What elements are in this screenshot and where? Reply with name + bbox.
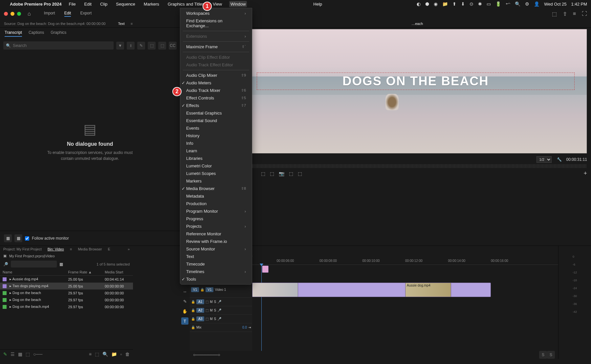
menu-file[interactable]: File <box>68 1 77 7</box>
timeline-content[interactable]: Aussie dog.mp4 <box>252 265 558 351</box>
menu-item-review-with-frame-io[interactable]: Review with Frame.io <box>180 238 252 245</box>
pen-tool[interactable]: ✎ <box>181 298 188 305</box>
menu-item-timelines[interactable]: Timelines› <box>180 268 252 275</box>
filter-button[interactable]: ▼ <box>116 42 124 50</box>
list-view-icon[interactable]: ☰ <box>11 352 15 357</box>
text-panel-tab[interactable]: Text <box>118 22 124 26</box>
menu-item-metadata[interactable]: Metadata <box>180 192 252 200</box>
safe-margins-button[interactable]: ⬚ <box>298 171 302 176</box>
tool-btn-1[interactable]: ⦀ <box>127 42 135 50</box>
fullscreen-icon[interactable]: ⛶ <box>582 11 587 17</box>
menu-item-libraries[interactable]: Libraries <box>180 155 252 162</box>
col-name[interactable]: Name <box>0 269 66 276</box>
record-icon[interactable]: ⊙ <box>470 1 473 7</box>
menu-item-workspaces[interactable]: Workspaces› <box>180 10 252 17</box>
bin-icon[interactable]: ▣ <box>3 254 7 258</box>
tab-e[interactable]: E <box>108 247 110 251</box>
menu-item-maximize-frame[interactable]: Maximize Frame⇧` <box>180 43 252 51</box>
tab-graphics[interactable]: Graphics <box>51 30 66 37</box>
menu-item-projects[interactable]: Projects› <box>180 223 252 230</box>
quick-export-icon[interactable]: ⬚ <box>552 11 557 17</box>
panel-menu-icon[interactable]: ≡ <box>573 11 576 17</box>
wifi-icon[interactable]: ⬿ <box>506 1 510 7</box>
menubar-time[interactable]: 1:42 PM <box>571 2 587 7</box>
tab-captions[interactable]: Captions <box>29 30 44 37</box>
freeform-view-icon[interactable]: ⬚ <box>26 352 30 357</box>
project-path[interactable]: My First Project.prproj\Video <box>9 254 55 258</box>
upload-icon[interactable]: ⬆ <box>452 1 456 7</box>
menu-clip[interactable]: Clip <box>99 1 109 7</box>
home-icon[interactable]: ⌂ <box>28 11 31 17</box>
tab-transcript[interactable]: Transcript <box>5 30 22 37</box>
new-bin-icon[interactable]: 📁 <box>111 352 117 357</box>
table-row[interactable]: ▸ Aussie dog.mp425.00 fps00:04:41:14 <box>0 276 133 283</box>
view-icon[interactable]: ▦ <box>59 262 63 267</box>
menubar-date[interactable]: Wed Oct 25 <box>544 2 566 7</box>
hand-tool[interactable]: ✋ <box>181 308 188 315</box>
clip-thumb[interactable] <box>252 283 298 297</box>
delete-icon[interactable]: 🗑 <box>125 352 130 357</box>
menu-markers[interactable]: Markers <box>142 1 161 7</box>
menu-item-history[interactable]: History <box>180 132 252 139</box>
app-icon-1[interactable]: ⬢ <box>425 1 429 7</box>
add-button[interactable]: + <box>583 170 587 177</box>
menu-item-media-browser[interactable]: ✓Media Browser⇧8 <box>180 185 252 192</box>
track-a1[interactable]: A1 <box>196 299 204 304</box>
cc-button[interactable]: CC <box>169 42 177 50</box>
project-search-input[interactable] <box>11 261 57 268</box>
scale-select[interactable]: 1/2 <box>536 156 552 163</box>
clip-graphic[interactable] <box>262 266 269 273</box>
control-center-icon[interactable]: ⚙ <box>525 1 529 7</box>
sort-icon[interactable]: ≡ <box>89 352 92 357</box>
menu-item-effect-controls[interactable]: Effect Controls⇧5 <box>180 94 252 102</box>
share-icon[interactable]: ⇧ <box>563 11 567 17</box>
tabs-overflow[interactable]: » <box>128 247 130 251</box>
follow-icon-1[interactable]: ▦ <box>4 234 12 242</box>
auto-icon[interactable]: ⬚ <box>95 352 99 357</box>
battery-icon[interactable]: 🔋 <box>495 1 501 7</box>
zoom-slider[interactable]: ○── <box>33 352 42 357</box>
menu-item-effects[interactable]: ✓Effects⇧7 <box>180 102 252 109</box>
col-framerate[interactable]: Frame Rate ▲ <box>66 269 102 276</box>
menu-item-reference-monitor[interactable]: Reference Monitor <box>180 230 252 238</box>
new-item-icon[interactable]: ▫ <box>120 352 122 357</box>
workspace-edit[interactable]: Edit <box>64 11 71 17</box>
menu-item-audio-track-mixer[interactable]: Audio Track Mixer⇧6 <box>180 87 252 94</box>
pen-tool-icon[interactable]: ✎ <box>3 352 7 357</box>
workspace-import[interactable]: Import <box>44 11 55 17</box>
menu-item-program-monitor[interactable]: Program Monitor› <box>180 207 252 215</box>
menu-item-info[interactable]: Info <box>180 139 252 147</box>
bookmark-icon[interactable]: ⬇ <box>461 1 465 7</box>
close-button[interactable] <box>4 12 8 16</box>
track-a3[interactable]: A3 <box>196 316 204 321</box>
track-a2[interactable]: A2 <box>196 308 204 313</box>
menu-item-source-monitor[interactable]: Source Monitor› <box>180 245 252 253</box>
menu-item-tools[interactable]: ✓Tools <box>180 275 252 283</box>
tool-btn-3[interactable]: ⬚ <box>158 42 166 50</box>
menu-item-find-extensions-on-exchange-[interactable]: Find Extensions on Exchange... <box>180 17 252 30</box>
edit-button[interactable]: ✎ <box>137 42 145 50</box>
table-row[interactable]: ▸ Dog on the beach29.97 fps00:00:00:00 <box>0 289 133 296</box>
menu-view[interactable]: View <box>211 1 223 7</box>
settings-icon[interactable]: 🔧 <box>557 157 562 162</box>
app-icon-2[interactable]: ◉ <box>434 1 438 7</box>
maximize-button[interactable] <box>17 12 21 16</box>
track-v1-src[interactable]: V1 <box>191 287 199 292</box>
folder-icon[interactable]: 📁 <box>442 1 448 7</box>
s-btn-1[interactable]: S <box>539 351 547 359</box>
find-icon[interactable]: 🔍 <box>102 352 108 357</box>
export-frame-button[interactable]: 📷 <box>279 171 284 176</box>
tab-bin[interactable]: Bin: Video <box>48 247 64 251</box>
table-row[interactable]: ▸ Dog on the beach29.97 fps00:00:00:00 <box>0 296 133 303</box>
type-tool[interactable]: T <box>181 317 188 325</box>
menu-item-audio-meters[interactable]: ✓Audio Meters <box>180 79 252 87</box>
track-v1[interactable]: V1 <box>206 287 213 292</box>
playhead[interactable] <box>261 265 262 351</box>
menu-item-essential-sound[interactable]: Essential Sound <box>180 117 252 124</box>
extract-button[interactable]: ⬚ <box>270 171 274 176</box>
table-row[interactable]: ▸ Two dogs playing.mp425.00 fps00:00:00:… <box>0 283 133 289</box>
follow-icon-2[interactable]: ▦ <box>14 234 22 242</box>
display-icon[interactable]: ▭ <box>487 1 491 7</box>
menu-item-lumetri-scopes[interactable]: Lumetri Scopes <box>180 170 252 177</box>
zoom-slider[interactable]: ○────────○ <box>193 353 220 357</box>
